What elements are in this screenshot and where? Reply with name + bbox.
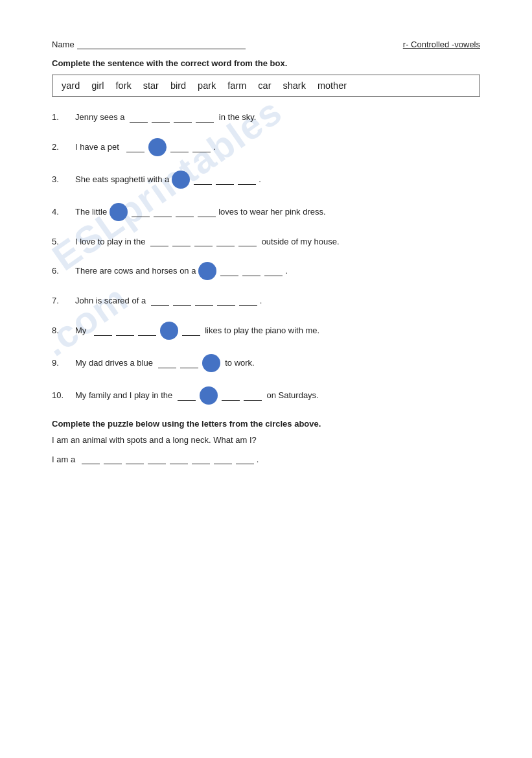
header-row: Name r- Controlled -vowels	[52, 39, 480, 49]
word-car: car	[258, 80, 271, 91]
word-yard: yard	[62, 80, 80, 91]
blank	[239, 296, 257, 306]
blank	[222, 390, 240, 401]
puzzle-clue: I am an animal with spots and a long nec…	[52, 435, 480, 445]
name-underline-line	[77, 39, 246, 49]
sentence-5: 5. I love to play in the outside of my h…	[52, 235, 480, 248]
blank	[244, 390, 262, 401]
sentences-list: 1. Jenny sees a in the sky. 2. I have a …	[52, 111, 480, 405]
circle-10	[200, 386, 218, 405]
puzzle-instruction: Complete the puzzle below using the lett…	[52, 419, 480, 429]
blank	[172, 236, 191, 246]
sentence-1: 1. Jenny sees a in the sky.	[52, 111, 480, 124]
sentence-9-num: 9.	[52, 357, 70, 370]
sentence-6-num: 6.	[52, 265, 70, 278]
name-label: Name	[52, 40, 75, 49]
blank	[138, 326, 156, 336]
blank	[194, 174, 212, 185]
sentence-8-num: 8.	[52, 324, 70, 337]
word-star: star	[143, 80, 159, 91]
puzzle-section: Complete the puzzle below using the lett…	[52, 419, 480, 464]
sentence-4-text: The littleloves to wear her pink dress.	[75, 203, 326, 221]
instruction-text: Complete the sentence with the correct w…	[52, 58, 480, 68]
blank	[158, 358, 176, 368]
circle-2	[148, 138, 167, 156]
blank	[192, 142, 211, 152]
name-line: Name	[52, 39, 246, 49]
blank	[170, 454, 188, 464]
blank	[242, 266, 260, 276]
circle-3	[172, 171, 190, 189]
puzzle-answer-prefix: I am a	[52, 455, 75, 464]
sentence-6: 6. There are cows and horses on a.	[52, 262, 480, 280]
sentence-4-num: 4.	[52, 206, 70, 219]
blank	[194, 236, 213, 246]
sentence-3-num: 3.	[52, 173, 70, 186]
blank	[154, 207, 172, 217]
blank	[173, 296, 191, 306]
blank	[126, 454, 144, 464]
sentence-9-text: My dad drives a blue to work.	[75, 354, 255, 372]
word-mother: mother	[318, 80, 347, 91]
blank	[170, 142, 189, 152]
word-box: yard girl fork star bird park farm car s…	[52, 75, 480, 97]
word-shark: shark	[283, 80, 305, 91]
topic-label: r- Controlled -vowels	[403, 40, 480, 49]
sentence-5-text: I love to play in the outside of my hous…	[75, 235, 340, 248]
blank	[192, 454, 210, 464]
sentence-5-num: 5.	[52, 235, 70, 248]
blank	[182, 326, 200, 336]
blank	[217, 296, 235, 306]
blank	[214, 454, 232, 464]
sentence-10-num: 10.	[52, 389, 70, 402]
sentence-2-text: I have a pet .	[75, 138, 216, 156]
sentence-10-text: My family and I play in the on Saturdays…	[75, 386, 319, 405]
blank	[178, 390, 196, 401]
word-fork: fork	[116, 80, 132, 91]
sentence-1-num: 1.	[52, 111, 70, 124]
blank	[130, 112, 148, 123]
blank	[174, 112, 192, 123]
word-farm: farm	[227, 80, 246, 91]
blank	[150, 236, 168, 246]
sentence-1-text: Jenny sees a in the sky.	[75, 111, 256, 124]
sentence-2-num: 2.	[52, 141, 70, 154]
sentence-8-text: My likes to play the piano with me.	[75, 322, 319, 340]
blank	[148, 454, 166, 464]
blank	[195, 296, 213, 306]
word-park: park	[198, 80, 216, 91]
sentence-9: 9. My dad drives a blue to work.	[52, 354, 480, 372]
sentence-7-text: John is scared of a .	[75, 294, 262, 307]
circle-9	[202, 354, 220, 372]
blank	[151, 296, 169, 306]
sentence-7-num: 7.	[52, 294, 70, 307]
sentence-6-text: There are cows and horses on a.	[75, 262, 288, 280]
blank	[196, 112, 214, 123]
sentence-10: 10. My family and I play in the on Satur…	[52, 386, 480, 405]
blank	[180, 358, 198, 368]
blank	[94, 326, 112, 336]
page: Name r- Controlled -vowels Complete the …	[0, 0, 532, 758]
sentence-4: 4. The littleloves to wear her pink dres…	[52, 203, 480, 221]
sentence-7: 7. John is scared of a .	[52, 294, 480, 307]
sentence-2: 2. I have a pet .	[52, 138, 480, 156]
circle-8	[160, 322, 178, 340]
circle-4	[110, 203, 128, 221]
circle-6	[198, 262, 216, 280]
puzzle-answer: I am a .	[52, 454, 480, 464]
sentence-3-text: She eats spaghetti with a.	[75, 171, 261, 189]
blank	[126, 142, 145, 152]
blank	[238, 174, 256, 185]
blank	[236, 454, 254, 464]
blank	[132, 207, 150, 217]
blank	[264, 266, 283, 276]
word-girl: girl	[91, 80, 104, 91]
blank	[238, 236, 257, 246]
blank	[216, 236, 235, 246]
sentence-8: 8. My likes to play the piano with me.	[52, 322, 480, 340]
blank	[116, 326, 134, 336]
blank	[82, 454, 100, 464]
word-bird: bird	[170, 80, 186, 91]
blank	[198, 207, 216, 217]
blank	[216, 174, 234, 185]
